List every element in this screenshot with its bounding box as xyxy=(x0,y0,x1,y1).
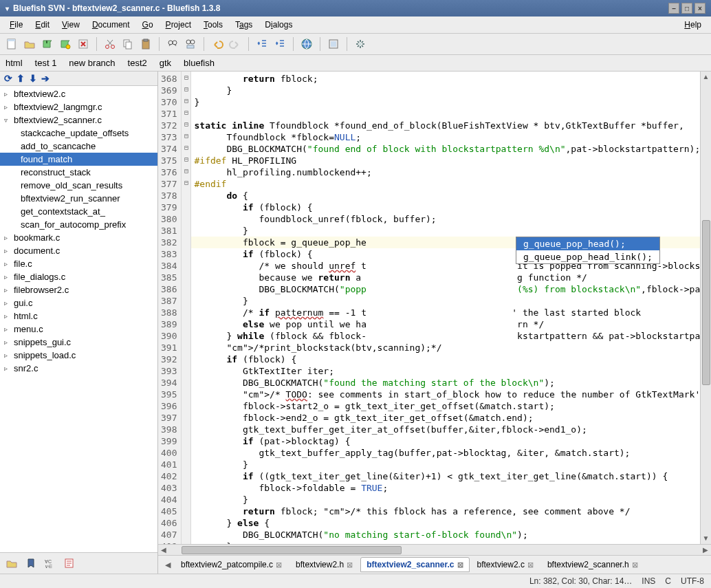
save-icon[interactable] xyxy=(40,36,55,52)
menu-view[interactable]: View xyxy=(56,18,85,32)
menu-project[interactable]: Project xyxy=(160,18,197,32)
scroll-right-icon[interactable]: ▶ xyxy=(700,546,711,554)
close-button[interactable]: × xyxy=(694,3,705,14)
maximize-button[interactable]: □ xyxy=(681,3,692,14)
menu-edit[interactable]: Edit xyxy=(30,18,55,32)
indent-icon[interactable] xyxy=(272,36,287,52)
folder-tab-icon[interactable] xyxy=(4,556,19,571)
close-tab-icon[interactable]: ⊠ xyxy=(527,560,534,569)
refresh-icon[interactable]: ⟳ xyxy=(4,73,12,84)
quickbar-item[interactable]: test 1 xyxy=(34,56,58,69)
tree-node[interactable]: ▹gui.c xyxy=(0,296,157,309)
tree-node[interactable]: ▹menu.c xyxy=(0,323,157,336)
autocomplete-popup[interactable]: g_queue_pop_head(); g_queue_pop_head_lin… xyxy=(516,237,660,264)
tree-child-node[interactable]: scan_for_autocomp_prefix xyxy=(0,218,157,231)
line-gutter: 3683693703713723733743753763773783793803… xyxy=(158,72,182,544)
window-menu-icon[interactable]: ▾ xyxy=(6,5,9,12)
close-tab-icon[interactable]: ⊠ xyxy=(457,560,463,569)
snippets-tab-icon[interactable] xyxy=(62,556,77,571)
quickbar-item[interactable]: html xyxy=(4,56,24,69)
quickbar-item[interactable]: new branch xyxy=(67,56,116,69)
file-tab[interactable]: bftextview2_patcompile.c⊠ xyxy=(175,557,288,572)
close-tab-icon[interactable]: ⊠ xyxy=(347,560,353,569)
down-arrow-icon[interactable]: ⬇ xyxy=(29,73,37,84)
tree-node[interactable]: ▹bookmark.c xyxy=(0,231,157,244)
quickbar-item[interactable]: bluefish xyxy=(182,56,216,69)
tree-node[interactable]: ▹snr2.c xyxy=(0,362,157,375)
close-tab-icon[interactable]: ⊠ xyxy=(632,560,638,569)
svg-text:∀C: ∀C xyxy=(45,559,52,564)
browser-preview-icon[interactable] xyxy=(299,36,314,52)
autocomplete-item[interactable]: g_queue_pop_head_link(); xyxy=(516,250,659,263)
menu-tools[interactable]: Tools xyxy=(198,18,228,32)
tree-node[interactable]: ▹file_dialogs.c xyxy=(0,270,157,283)
cut-icon[interactable] xyxy=(102,36,118,52)
file-tab[interactable]: bftextview2.h⊠ xyxy=(289,557,359,572)
charmap-tab-icon[interactable]: ∀C∨∈ xyxy=(43,556,58,571)
autocomplete-item[interactable]: g_queue_pop_head(); xyxy=(516,237,659,250)
outline-tree[interactable]: ▹bftextview2.c▹bftextview2_langmgr.c▿bft… xyxy=(0,86,157,552)
file-tab[interactable]: bftextview2_scanner.c⊠ xyxy=(360,557,469,572)
paste-icon[interactable] xyxy=(138,36,153,52)
fold-gutter[interactable]: ⊟⊟⊟⊟⊟⊟⊟⊟⊟⊟ xyxy=(182,72,191,544)
menu-tags[interactable]: Tags xyxy=(230,18,258,32)
tree-node[interactable]: ▹document.c xyxy=(0,244,157,257)
file-tab[interactable]: bftextview2_scanner.h⊠ xyxy=(541,557,644,572)
tree-child-node[interactable]: get_contextstack_at_ xyxy=(0,205,157,218)
new-file-icon[interactable] xyxy=(4,36,19,52)
tree-node[interactable]: ▹snippets_gui.c xyxy=(0,336,157,349)
close-file-icon[interactable] xyxy=(76,36,91,52)
tree-node[interactable]: ▹bftextview2.c xyxy=(0,87,157,100)
close-tab-icon[interactable]: ⊠ xyxy=(276,560,282,569)
tree-node[interactable]: ▹file.c xyxy=(0,257,157,270)
tree-node[interactable]: ▹html.c xyxy=(0,309,157,323)
scroll-up-icon[interactable]: ▲ xyxy=(703,72,710,83)
file-tab[interactable]: bftextview2.c⊠ xyxy=(471,557,540,572)
tree-child-node[interactable]: reconstruct_stack xyxy=(0,166,157,179)
bookmark-tab-icon[interactable] xyxy=(23,556,39,571)
status-insert-mode: INS xyxy=(642,576,655,586)
copy-icon[interactable] xyxy=(120,36,135,52)
menu-document[interactable]: Document xyxy=(87,18,135,32)
preferences-icon[interactable] xyxy=(353,36,368,52)
quickbar-item[interactable]: gtk xyxy=(158,56,173,69)
open-file-icon[interactable] xyxy=(22,36,37,52)
menu-dialogs[interactable]: Dialogs xyxy=(259,18,298,32)
svg-rect-9 xyxy=(144,39,148,41)
up-arrow-icon[interactable]: ⬆ xyxy=(17,73,25,84)
code-area[interactable]: return fblock; }} static inline Tfoundbl… xyxy=(191,72,711,544)
menu-file[interactable]: File xyxy=(4,18,28,32)
save-as-icon[interactable] xyxy=(58,36,73,52)
menu-help[interactable]: Help xyxy=(679,18,707,32)
tab-nav-left-icon[interactable]: ◀ xyxy=(162,560,173,569)
undo-icon[interactable] xyxy=(210,36,225,52)
find-icon[interactable] xyxy=(165,36,180,52)
tree-child-node[interactable]: add_to_scancache xyxy=(0,140,157,153)
redo-icon[interactable] xyxy=(228,36,243,52)
scroll-thumb[interactable] xyxy=(702,220,710,385)
sidebar: ⟳ ⬆ ⬇ ➔ ▹bftextview2.c▹bftextview2_langm… xyxy=(0,72,158,574)
scroll-left-icon[interactable]: ◀ xyxy=(158,546,169,554)
find-replace-icon[interactable] xyxy=(183,36,198,52)
tree-child-node[interactable]: stackcache_update_offsets xyxy=(0,127,157,140)
file-tabs: ◀ bftextview2_patcompile.c⊠bftextview2.h… xyxy=(158,555,711,574)
minimize-button[interactable]: – xyxy=(668,3,679,14)
horizontal-scrollbar[interactable]: ◀ ▶ xyxy=(158,544,711,555)
scroll-down-icon[interactable]: ▼ xyxy=(703,533,710,544)
tree-node[interactable]: ▹snippets_load.c xyxy=(0,349,157,362)
menu-go[interactable]: Go xyxy=(137,18,159,32)
svg-point-12 xyxy=(186,40,190,44)
tree-child-node[interactable]: remove_old_scan_results xyxy=(0,179,157,192)
window-titlebar: ▾ Bluefish SVN - bftextview2_scanner.c -… xyxy=(0,0,711,17)
tree-node[interactable]: ▹bftextview2_langmgr.c xyxy=(0,100,157,113)
quickbar-item[interactable]: test2 xyxy=(127,56,149,69)
collapse-icon[interactable]: ➔ xyxy=(41,73,50,84)
unindent-icon[interactable] xyxy=(254,36,270,52)
tree-node[interactable]: ▿bftextview2_scanner.c xyxy=(0,113,157,127)
vertical-scrollbar[interactable]: ▲ ▼ xyxy=(700,72,711,544)
tree-node[interactable]: ▹filebrowser2.c xyxy=(0,283,157,296)
tree-child-node[interactable]: found_match xyxy=(0,153,157,166)
scroll-thumb[interactable] xyxy=(182,546,402,554)
tree-child-node[interactable]: bftextview2_run_scanner xyxy=(0,192,157,205)
fullscreen-icon[interactable] xyxy=(326,36,341,52)
